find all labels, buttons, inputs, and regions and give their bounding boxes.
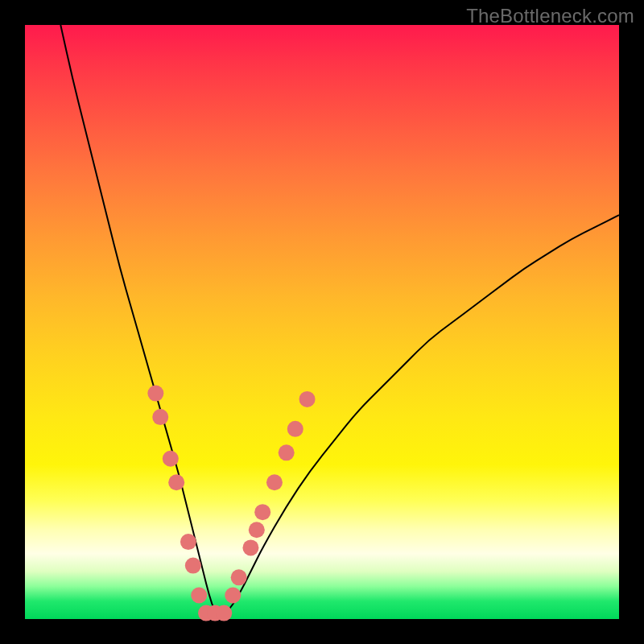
bottleneck-curve [60,25,619,613]
outer-frame: TheBottleneck.com [0,0,644,644]
watermark-text: TheBottleneck.com [466,5,634,27]
highlight-dot [249,522,265,538]
plot-area [25,25,619,619]
highlight-dot [152,409,168,425]
highlight-dot [191,587,207,603]
highlight-dot [254,504,270,520]
highlight-dot [216,605,232,621]
highlight-dot [279,444,295,460]
highlight-dot [225,587,241,603]
highlight-dot [163,451,179,467]
highlight-dot [231,569,247,585]
highlight-dot [147,386,163,402]
chart-svg [25,25,619,619]
highlight-dot [266,474,283,490]
highlight-dot [180,534,196,550]
highlight-dot [242,539,258,555]
highlight-dot [299,391,316,407]
highlight-dot [287,421,303,437]
highlight-dot [168,474,184,490]
highlight-dot [185,558,201,574]
